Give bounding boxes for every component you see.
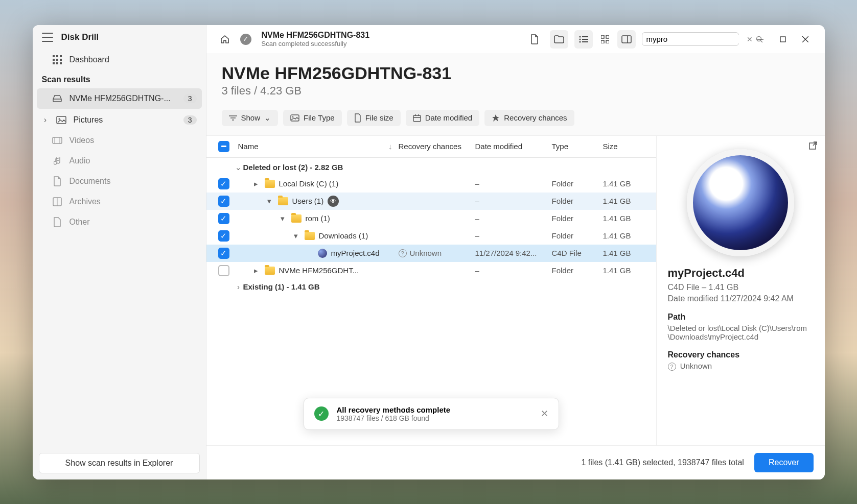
- grid-icon: [52, 55, 62, 65]
- column-name[interactable]: Name↓: [234, 142, 399, 151]
- svg-rect-0: [53, 55, 55, 57]
- column-size[interactable]: Size: [603, 142, 649, 151]
- sidebar-item-label: Videos: [70, 136, 95, 145]
- chevron-icon[interactable]: ▾: [278, 214, 287, 223]
- grid-view-icon[interactable]: [596, 30, 614, 49]
- file-row[interactable]: ✓myProject.c4d?Unknown11/27/2024 9:42...…: [206, 245, 656, 262]
- panel-view-icon[interactable]: [617, 30, 636, 49]
- chevron-icon[interactable]: ▾: [265, 197, 274, 206]
- chevron-icon[interactable]: ▸: [251, 179, 261, 188]
- file-row[interactable]: ✓▾Downloads (1)–Folder1.41 GB: [206, 227, 656, 245]
- group-header[interactable]: › Existing (1) - 1.41 GB: [206, 279, 656, 294]
- show-in-explorer-button[interactable]: Show scan results in Explorer: [39, 453, 200, 473]
- search-box[interactable]: ✕: [642, 32, 739, 46]
- sidebar-item-label: NVMe HFM256GDHTNG-...: [70, 94, 171, 103]
- file-row[interactable]: ✓▾Users (1)👁–Folder1.41 GB: [206, 193, 656, 210]
- close-button[interactable]: [795, 30, 816, 49]
- sidebar-section-label: Scan results: [33, 70, 206, 87]
- eye-icon[interactable]: 👁: [328, 196, 339, 207]
- app-title: Disk Drill: [61, 32, 99, 42]
- filter-recovery[interactable]: Recovery chances: [484, 110, 574, 126]
- row-name: NVMe HFM256GDHT...: [279, 266, 359, 275]
- drive-icon: [52, 93, 62, 104]
- folder-view-icon[interactable]: [550, 30, 568, 49]
- toast-notification: ✓ All recovery methods complete 1938747 …: [304, 398, 559, 430]
- svg-rect-24: [601, 40, 604, 43]
- sidebar-item-pictures[interactable]: › Pictures 3: [33, 110, 206, 130]
- row-type: C4D File: [552, 249, 603, 257]
- table-header: Name↓ Recovery chances Date modified Typ…: [206, 136, 656, 158]
- toast-subtitle: 1938747 files / 618 GB found: [337, 414, 532, 422]
- row-name: Users (1): [292, 197, 324, 205]
- sidebar-item-videos[interactable]: Videos: [33, 130, 206, 151]
- c4d-file-icon: [318, 249, 327, 258]
- row-checkbox[interactable]: ✓: [218, 178, 229, 189]
- file-row[interactable]: ✓▸Local Disk (C) (1)–Folder1.41 GB: [206, 175, 656, 193]
- chevron-icon[interactable]: ▾: [291, 231, 300, 241]
- sidebar-item-drive[interactable]: NVMe HFM256GDHTNG-... 3: [37, 88, 202, 109]
- row-checkbox[interactable]: ✓: [218, 213, 229, 224]
- search-input[interactable]: [646, 35, 744, 43]
- file-row[interactable]: ▸NVMe HFM256GDHT...–Folder1.41 GB: [206, 262, 656, 279]
- nav-dashboard[interactable]: Dashboard: [33, 50, 206, 70]
- home-icon[interactable]: [216, 30, 234, 49]
- body-split: Name↓ Recovery chances Date modified Typ…: [206, 136, 825, 445]
- folder-icon: [265, 180, 275, 188]
- svg-rect-7: [56, 62, 58, 64]
- sidebar-item-documents[interactable]: Documents: [33, 171, 206, 191]
- row-size: 1.41 GB: [603, 249, 649, 257]
- filter-date-modified[interactable]: Date modified: [406, 110, 480, 126]
- filter-show[interactable]: Show ⌄: [222, 110, 279, 126]
- row-checkbox[interactable]: ✓: [218, 230, 229, 242]
- column-type[interactable]: Type: [552, 142, 603, 151]
- sidebar-item-other[interactable]: Other: [33, 212, 206, 232]
- list-view-icon[interactable]: [574, 30, 593, 49]
- sidebar-item-label: Other: [70, 218, 90, 227]
- column-date[interactable]: Date modified: [475, 142, 552, 151]
- filter-file-size[interactable]: File size: [347, 110, 401, 126]
- image-icon: [56, 115, 66, 125]
- row-date: –: [475, 214, 552, 223]
- folder-icon: [278, 197, 288, 205]
- sidebar-item-label: Pictures: [74, 115, 103, 125]
- details-recovery-value: ? Unknown: [668, 362, 814, 371]
- row-type: Folder: [552, 214, 603, 223]
- chevron-icon[interactable]: ▸: [251, 266, 261, 275]
- content-header: NVMe HFM256GDHTNG-831 3 files / 4.23 GB: [206, 54, 825, 103]
- file-row[interactable]: ✓▾rom (1)–Folder1.41 GB: [206, 210, 656, 227]
- row-date: –: [475, 266, 552, 275]
- folder-icon: [305, 232, 315, 240]
- row-checkbox[interactable]: [218, 265, 229, 276]
- chevron-down-icon[interactable]: ⌄: [234, 163, 243, 172]
- svg-rect-1: [56, 55, 58, 57]
- sidebar-header: Disk Drill: [33, 25, 206, 50]
- svg-rect-31: [780, 37, 785, 42]
- chevron-right-icon[interactable]: ›: [42, 115, 49, 125]
- details-recovery-label: Recovery chances: [668, 350, 814, 359]
- select-all-checkbox[interactable]: [218, 141, 229, 152]
- recover-button[interactable]: Recover: [754, 453, 814, 472]
- svg-rect-11: [53, 137, 62, 143]
- filter-file-type[interactable]: File Type: [283, 110, 342, 126]
- view-mode-group: [574, 30, 636, 49]
- row-date: –: [475, 197, 552, 205]
- svg-rect-3: [53, 59, 55, 61]
- row-name: Downloads (1): [319, 231, 368, 240]
- column-recovery[interactable]: Recovery chances: [399, 142, 475, 151]
- sidebar-item-label: Archives: [70, 197, 101, 206]
- details-filename: myProject.c4d: [668, 267, 814, 280]
- row-checkbox[interactable]: ✓: [218, 196, 229, 207]
- popout-icon[interactable]: [808, 141, 818, 150]
- hamburger-icon[interactable]: [42, 33, 53, 42]
- svg-rect-23: [606, 35, 609, 38]
- file-icon[interactable]: [525, 30, 544, 49]
- toast-close-icon[interactable]: ✕: [541, 408, 548, 419]
- minimize-button[interactable]: [750, 30, 771, 49]
- sidebar-item-audio[interactable]: Audio: [33, 151, 206, 171]
- group-header[interactable]: ⌄ Deleted or lost (2) - 2.82 GB: [206, 160, 656, 175]
- row-checkbox[interactable]: ✓: [218, 248, 229, 259]
- other-icon: [52, 217, 62, 227]
- maximize-button[interactable]: [773, 30, 793, 49]
- chevron-right-icon[interactable]: ›: [234, 282, 243, 291]
- sidebar-item-archives[interactable]: Archives: [33, 191, 206, 212]
